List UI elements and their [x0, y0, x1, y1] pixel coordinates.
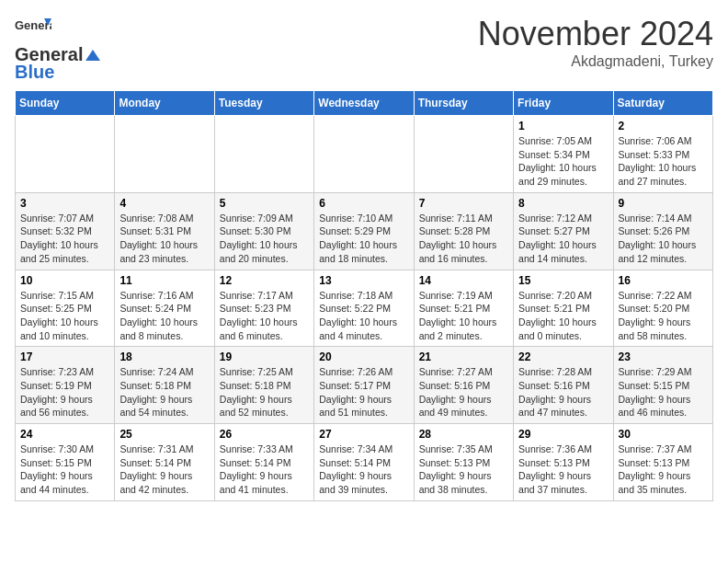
logo-triangle: [84, 48, 102, 63]
calendar-cell: 26Sunrise: 7:33 AM Sunset: 5:14 PM Dayli…: [214, 424, 313, 501]
weekday-header: Saturday: [613, 91, 712, 116]
calendar-cell: 11Sunrise: 7:16 AM Sunset: 5:24 PM Dayli…: [115, 270, 214, 347]
day-info: Sunrise: 7:28 AM Sunset: 5:16 PM Dayligh…: [518, 365, 608, 419]
calendar-cell: [214, 116, 313, 193]
day-info: Sunrise: 7:33 AM Sunset: 5:14 PM Dayligh…: [220, 442, 309, 497]
logo-blue-text: Blue: [15, 62, 54, 83]
month-title: November 2024: [478, 15, 713, 53]
calendar-cell: 21Sunrise: 7:27 AM Sunset: 5:16 PM Dayli…: [414, 347, 513, 424]
calendar-cell: 14Sunrise: 7:19 AM Sunset: 5:21 PM Dayli…: [414, 270, 513, 347]
calendar-cell: 22Sunrise: 7:28 AM Sunset: 5:16 PM Dayli…: [514, 347, 613, 424]
calendar-table: SundayMondayTuesdayWednesdayThursdayFrid…: [15, 90, 713, 501]
calendar-cell: 16Sunrise: 7:22 AM Sunset: 5:20 PM Dayli…: [613, 270, 712, 347]
day-number: 20: [319, 350, 408, 363]
day-info: Sunrise: 7:35 AM Sunset: 5:13 PM Dayligh…: [419, 442, 508, 497]
day-number: 6: [319, 197, 408, 210]
weekday-header: Sunday: [16, 91, 115, 116]
calendar-cell: 3Sunrise: 7:07 AM Sunset: 5:32 PM Daylig…: [16, 192, 115, 270]
calendar-cell: 9Sunrise: 7:14 AM Sunset: 5:26 PM Daylig…: [613, 192, 712, 270]
day-info: Sunrise: 7:22 AM Sunset: 5:20 PM Dayligh…: [619, 289, 708, 343]
day-number: 8: [518, 197, 608, 210]
calendar-cell: 19Sunrise: 7:25 AM Sunset: 5:18 PM Dayli…: [214, 347, 313, 424]
day-number: 12: [220, 274, 309, 287]
day-info: Sunrise: 7:25 AM Sunset: 5:18 PM Dayligh…: [220, 365, 309, 419]
calendar-cell: 5Sunrise: 7:09 AM Sunset: 5:30 PM Daylig…: [214, 192, 313, 270]
calendar-cell: 17Sunrise: 7:23 AM Sunset: 5:19 PM Dayli…: [16, 347, 115, 424]
day-number: 24: [20, 428, 109, 441]
calendar-cell: 30Sunrise: 7:37 AM Sunset: 5:13 PM Dayli…: [613, 424, 712, 501]
day-info: Sunrise: 7:12 AM Sunset: 5:27 PM Dayligh…: [518, 212, 608, 266]
day-number: 7: [419, 197, 508, 210]
day-number: 14: [419, 274, 508, 287]
day-number: 17: [20, 350, 109, 363]
day-info: Sunrise: 7:27 AM Sunset: 5:16 PM Dayligh…: [419, 365, 508, 419]
day-number: 29: [518, 428, 608, 441]
day-number: 13: [319, 274, 408, 287]
day-info: Sunrise: 7:10 AM Sunset: 5:29 PM Dayligh…: [319, 212, 408, 266]
weekday-header: Friday: [514, 91, 613, 116]
calendar-cell: 27Sunrise: 7:34 AM Sunset: 5:14 PM Dayli…: [314, 424, 414, 501]
calendar-cell: 12Sunrise: 7:17 AM Sunset: 5:23 PM Dayli…: [214, 270, 313, 347]
calendar-header-row: SundayMondayTuesdayWednesdayThursdayFrid…: [16, 91, 713, 116]
day-info: Sunrise: 7:05 AM Sunset: 5:34 PM Dayligh…: [518, 134, 608, 189]
calendar-week-row: 17Sunrise: 7:23 AM Sunset: 5:19 PM Dayli…: [16, 347, 713, 424]
day-info: Sunrise: 7:16 AM Sunset: 5:24 PM Dayligh…: [119, 289, 209, 343]
day-number: 16: [619, 274, 708, 287]
day-info: Sunrise: 7:11 AM Sunset: 5:28 PM Dayligh…: [419, 212, 508, 266]
calendar-cell: 13Sunrise: 7:18 AM Sunset: 5:22 PM Dayli…: [314, 270, 414, 347]
calendar-cell: 6Sunrise: 7:10 AM Sunset: 5:29 PM Daylig…: [314, 192, 414, 270]
day-info: Sunrise: 7:24 AM Sunset: 5:18 PM Dayligh…: [119, 365, 209, 419]
day-info: Sunrise: 7:29 AM Sunset: 5:15 PM Dayligh…: [619, 365, 708, 419]
day-number: 30: [619, 428, 708, 441]
calendar-cell: 28Sunrise: 7:35 AM Sunset: 5:13 PM Dayli…: [414, 424, 513, 501]
day-info: Sunrise: 7:18 AM Sunset: 5:22 PM Dayligh…: [319, 289, 408, 343]
day-info: Sunrise: 7:26 AM Sunset: 5:17 PM Dayligh…: [319, 365, 408, 419]
calendar-cell: [115, 116, 214, 193]
day-number: 9: [619, 197, 708, 210]
calendar-cell: 15Sunrise: 7:20 AM Sunset: 5:21 PM Dayli…: [514, 270, 613, 347]
day-info: Sunrise: 7:15 AM Sunset: 5:25 PM Dayligh…: [20, 289, 109, 343]
day-info: Sunrise: 7:17 AM Sunset: 5:23 PM Dayligh…: [220, 289, 309, 343]
calendar-cell: 10Sunrise: 7:15 AM Sunset: 5:25 PM Dayli…: [16, 270, 115, 347]
calendar-cell: 18Sunrise: 7:24 AM Sunset: 5:18 PM Dayli…: [115, 347, 214, 424]
day-number: 4: [119, 197, 209, 210]
weekday-header: Wednesday: [314, 91, 414, 116]
day-number: 2: [619, 120, 708, 132]
calendar-cell: [16, 116, 115, 193]
day-info: Sunrise: 7:34 AM Sunset: 5:14 PM Dayligh…: [319, 442, 408, 497]
day-info: Sunrise: 7:14 AM Sunset: 5:26 PM Dayligh…: [619, 212, 708, 266]
svg-marker-2: [85, 50, 100, 61]
day-number: 15: [518, 274, 608, 287]
day-number: 25: [119, 428, 209, 441]
day-info: Sunrise: 7:37 AM Sunset: 5:13 PM Dayligh…: [619, 442, 708, 497]
calendar-cell: 2Sunrise: 7:06 AM Sunset: 5:33 PM Daylig…: [613, 116, 712, 193]
day-info: Sunrise: 7:31 AM Sunset: 5:14 PM Dayligh…: [119, 442, 209, 497]
day-number: 27: [319, 428, 408, 441]
day-number: 19: [220, 350, 309, 363]
day-number: 21: [419, 350, 508, 363]
day-number: 23: [619, 350, 708, 363]
calendar-week-row: 3Sunrise: 7:07 AM Sunset: 5:32 PM Daylig…: [16, 192, 713, 270]
day-number: 3: [20, 197, 109, 210]
calendar-cell: 1Sunrise: 7:05 AM Sunset: 5:34 PM Daylig…: [514, 116, 613, 193]
day-number: 5: [220, 197, 309, 210]
day-info: Sunrise: 7:20 AM Sunset: 5:21 PM Dayligh…: [518, 289, 608, 343]
calendar-cell: 24Sunrise: 7:30 AM Sunset: 5:15 PM Dayli…: [16, 424, 115, 501]
weekday-header: Thursday: [414, 91, 513, 116]
calendar-cell: 8Sunrise: 7:12 AM Sunset: 5:27 PM Daylig…: [514, 192, 613, 270]
day-number: 10: [20, 274, 109, 287]
calendar-cell: 23Sunrise: 7:29 AM Sunset: 5:15 PM Dayli…: [613, 347, 712, 424]
day-number: 11: [119, 274, 209, 287]
day-number: 18: [119, 350, 209, 363]
calendar-week-row: 10Sunrise: 7:15 AM Sunset: 5:25 PM Dayli…: [16, 270, 713, 347]
logo: General General Blue: [15, 15, 103, 83]
day-info: Sunrise: 7:06 AM Sunset: 5:33 PM Dayligh…: [619, 134, 708, 189]
day-info: Sunrise: 7:19 AM Sunset: 5:21 PM Dayligh…: [419, 289, 508, 343]
day-number: 22: [518, 350, 608, 363]
day-number: 28: [419, 428, 508, 441]
day-number: 26: [220, 428, 309, 441]
location: Akdagmadeni, Turkey: [478, 53, 713, 70]
calendar-cell: 7Sunrise: 7:11 AM Sunset: 5:28 PM Daylig…: [414, 192, 513, 270]
logo-icon: General: [15, 15, 51, 44]
calendar-cell: 4Sunrise: 7:08 AM Sunset: 5:31 PM Daylig…: [115, 192, 214, 270]
